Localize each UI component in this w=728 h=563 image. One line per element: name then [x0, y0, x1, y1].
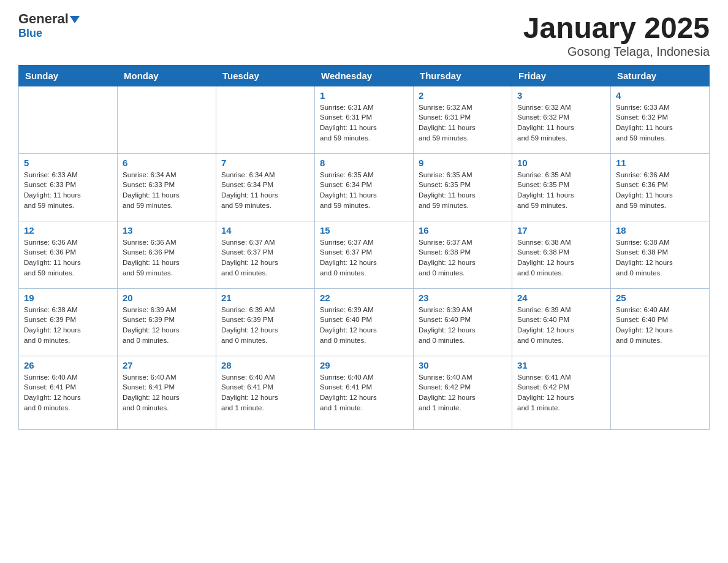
title-block: January 2025 Gosong Telaga, Indonesia: [523, 12, 710, 59]
calendar-cell: 17Sunrise: 6:38 AM Sunset: 6:38 PM Dayli…: [512, 221, 611, 288]
day-info: Sunrise: 6:40 AM Sunset: 6:42 PM Dayligh…: [419, 372, 507, 413]
day-info: Sunrise: 6:37 AM Sunset: 6:37 PM Dayligh…: [320, 237, 408, 278]
day-number: 2: [419, 90, 507, 101]
day-number: 23: [419, 293, 507, 303]
calendar-cell: 8Sunrise: 6:35 AM Sunset: 6:34 PM Daylig…: [315, 153, 414, 221]
calendar-cell: 4Sunrise: 6:33 AM Sunset: 6:32 PM Daylig…: [611, 86, 710, 153]
day-number: 1: [320, 90, 408, 101]
calendar-week-row: 12Sunrise: 6:36 AM Sunset: 6:36 PM Dayli…: [19, 221, 710, 288]
calendar-cell: 18Sunrise: 6:38 AM Sunset: 6:38 PM Dayli…: [611, 221, 710, 288]
calendar-cell: 14Sunrise: 6:37 AM Sunset: 6:37 PM Dayli…: [216, 221, 315, 288]
calendar-week-row: 19Sunrise: 6:38 AM Sunset: 6:39 PM Dayli…: [19, 288, 710, 356]
day-info: Sunrise: 6:32 AM Sunset: 6:32 PM Dayligh…: [517, 102, 605, 144]
day-number: 3: [517, 90, 605, 101]
day-number: 29: [320, 360, 408, 370]
day-number: 15: [320, 225, 408, 236]
day-info: Sunrise: 6:35 AM Sunset: 6:34 PM Dayligh…: [320, 170, 408, 211]
day-info: Sunrise: 6:39 AM Sunset: 6:40 PM Dayligh…: [517, 305, 605, 346]
calendar-cell: 7Sunrise: 6:34 AM Sunset: 6:34 PM Daylig…: [216, 153, 315, 221]
day-info: Sunrise: 6:32 AM Sunset: 6:31 PM Dayligh…: [419, 102, 507, 144]
calendar-cell: 31Sunrise: 6:41 AM Sunset: 6:42 PM Dayli…: [512, 356, 611, 429]
day-info: Sunrise: 6:40 AM Sunset: 6:41 PM Dayligh…: [24, 372, 112, 413]
day-info: Sunrise: 6:40 AM Sunset: 6:40 PM Dayligh…: [616, 305, 704, 346]
calendar-subtitle: Gosong Telaga, Indonesia: [523, 45, 710, 59]
day-number: 17: [517, 225, 605, 236]
day-number: 16: [419, 225, 507, 236]
calendar-cell: 12Sunrise: 6:36 AM Sunset: 6:36 PM Dayli…: [19, 221, 118, 288]
weekday-header-thursday: Thursday: [414, 65, 512, 86]
calendar-cell: 23Sunrise: 6:39 AM Sunset: 6:40 PM Dayli…: [414, 288, 512, 356]
calendar-title: January 2025: [523, 12, 710, 45]
calendar-cell: 6Sunrise: 6:34 AM Sunset: 6:33 PM Daylig…: [118, 153, 216, 221]
calendar-cell: 26Sunrise: 6:40 AM Sunset: 6:41 PM Dayli…: [19, 356, 118, 429]
day-number: 22: [320, 293, 408, 303]
day-info: Sunrise: 6:37 AM Sunset: 6:38 PM Dayligh…: [419, 237, 507, 278]
day-number: 26: [24, 360, 112, 370]
calendar-cell: 9Sunrise: 6:35 AM Sunset: 6:35 PM Daylig…: [414, 153, 512, 221]
day-info: Sunrise: 6:36 AM Sunset: 6:36 PM Dayligh…: [616, 170, 704, 211]
day-info: Sunrise: 6:36 AM Sunset: 6:36 PM Dayligh…: [24, 237, 112, 278]
calendar-cell: [118, 86, 216, 153]
day-info: Sunrise: 6:38 AM Sunset: 6:39 PM Dayligh…: [24, 305, 112, 346]
day-info: Sunrise: 6:41 AM Sunset: 6:42 PM Dayligh…: [517, 372, 605, 413]
day-number: 5: [24, 158, 112, 168]
day-number: 28: [221, 360, 309, 370]
logo-triangle-icon: [70, 16, 80, 23]
calendar-table: SundayMondayTuesdayWednesdayThursdayFrid…: [18, 65, 710, 430]
day-number: 19: [24, 293, 112, 303]
calendar-cell: 27Sunrise: 6:40 AM Sunset: 6:41 PM Dayli…: [118, 356, 216, 429]
day-info: Sunrise: 6:35 AM Sunset: 6:35 PM Dayligh…: [517, 170, 605, 211]
day-info: Sunrise: 6:33 AM Sunset: 6:32 PM Dayligh…: [616, 102, 704, 144]
weekday-header-tuesday: Tuesday: [216, 65, 315, 86]
calendar-cell: 5Sunrise: 6:33 AM Sunset: 6:33 PM Daylig…: [19, 153, 118, 221]
day-info: Sunrise: 6:40 AM Sunset: 6:41 PM Dayligh…: [320, 372, 408, 413]
calendar-cell: 13Sunrise: 6:36 AM Sunset: 6:36 PM Dayli…: [118, 221, 216, 288]
day-number: 8: [320, 158, 408, 168]
day-info: Sunrise: 6:39 AM Sunset: 6:40 PM Dayligh…: [419, 305, 507, 346]
day-number: 31: [517, 360, 605, 370]
calendar-cell: 30Sunrise: 6:40 AM Sunset: 6:42 PM Dayli…: [414, 356, 512, 429]
calendar-cell: 22Sunrise: 6:39 AM Sunset: 6:40 PM Dayli…: [315, 288, 414, 356]
calendar-cell: 11Sunrise: 6:36 AM Sunset: 6:36 PM Dayli…: [611, 153, 710, 221]
calendar-week-row: 26Sunrise: 6:40 AM Sunset: 6:41 PM Dayli…: [19, 356, 710, 429]
day-info: Sunrise: 6:38 AM Sunset: 6:38 PM Dayligh…: [616, 237, 704, 278]
day-number: 20: [123, 293, 211, 303]
day-number: 12: [24, 225, 112, 236]
day-number: 11: [616, 158, 704, 168]
calendar-cell: [611, 356, 710, 429]
calendar-cell: 10Sunrise: 6:35 AM Sunset: 6:35 PM Dayli…: [512, 153, 611, 221]
day-info: Sunrise: 6:36 AM Sunset: 6:36 PM Dayligh…: [123, 237, 211, 278]
day-number: 18: [616, 225, 704, 236]
calendar-cell: 3Sunrise: 6:32 AM Sunset: 6:32 PM Daylig…: [512, 86, 611, 153]
day-number: 4: [616, 90, 704, 101]
day-info: Sunrise: 6:37 AM Sunset: 6:37 PM Dayligh…: [221, 237, 309, 278]
weekday-header-monday: Monday: [118, 65, 216, 86]
calendar-cell: [216, 86, 315, 153]
day-number: 7: [221, 158, 309, 168]
day-info: Sunrise: 6:39 AM Sunset: 6:39 PM Dayligh…: [123, 305, 211, 346]
calendar-week-row: 1Sunrise: 6:31 AM Sunset: 6:31 PM Daylig…: [19, 86, 710, 153]
weekday-header-saturday: Saturday: [611, 65, 710, 86]
calendar-cell: 25Sunrise: 6:40 AM Sunset: 6:40 PM Dayli…: [611, 288, 710, 356]
day-info: Sunrise: 6:34 AM Sunset: 6:34 PM Dayligh…: [221, 170, 309, 211]
weekday-header-wednesday: Wednesday: [315, 65, 414, 86]
weekday-header-sunday: Sunday: [19, 65, 118, 86]
day-number: 27: [123, 360, 211, 370]
day-number: 21: [221, 293, 309, 303]
day-number: 10: [517, 158, 605, 168]
day-info: Sunrise: 6:40 AM Sunset: 6:41 PM Dayligh…: [123, 372, 211, 413]
day-info: Sunrise: 6:38 AM Sunset: 6:38 PM Dayligh…: [517, 237, 605, 278]
page-header: General Blue January 2025 Gosong Telaga,…: [18, 12, 710, 59]
calendar-cell: 28Sunrise: 6:40 AM Sunset: 6:41 PM Dayli…: [216, 356, 315, 429]
day-info: Sunrise: 6:39 AM Sunset: 6:39 PM Dayligh…: [221, 305, 309, 346]
calendar-cell: 2Sunrise: 6:32 AM Sunset: 6:31 PM Daylig…: [414, 86, 512, 153]
weekday-header-friday: Friday: [512, 65, 611, 86]
calendar-cell: 1Sunrise: 6:31 AM Sunset: 6:31 PM Daylig…: [315, 86, 414, 153]
calendar-cell: 21Sunrise: 6:39 AM Sunset: 6:39 PM Dayli…: [216, 288, 315, 356]
calendar-cell: [19, 86, 118, 153]
calendar-cell: 24Sunrise: 6:39 AM Sunset: 6:40 PM Dayli…: [512, 288, 611, 356]
calendar-cell: 20Sunrise: 6:39 AM Sunset: 6:39 PM Dayli…: [118, 288, 216, 356]
day-number: 30: [419, 360, 507, 370]
logo-main-text: General: [18, 12, 80, 26]
calendar-cell: 19Sunrise: 6:38 AM Sunset: 6:39 PM Dayli…: [19, 288, 118, 356]
